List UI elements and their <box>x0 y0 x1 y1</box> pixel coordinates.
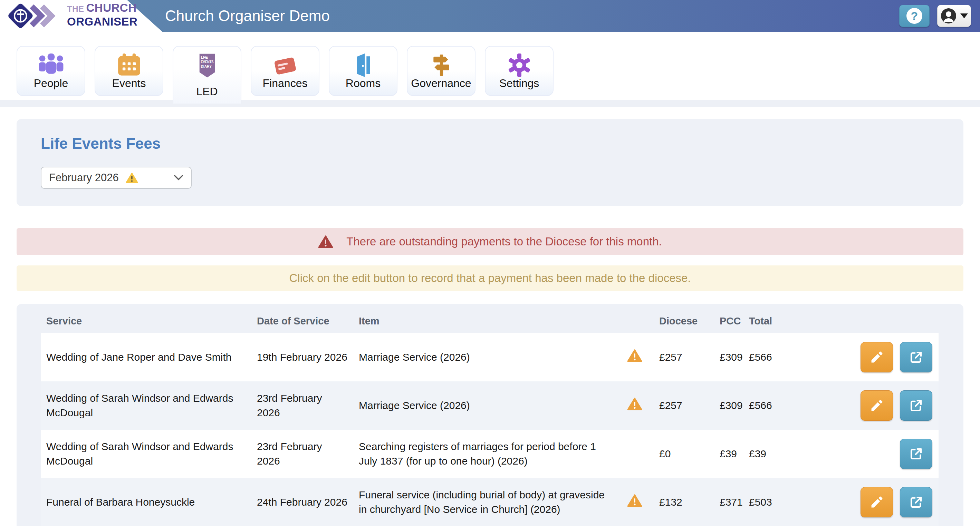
gear-icon <box>508 54 531 77</box>
col-date: Date of Service <box>251 309 353 333</box>
diocese-cell: £132 <box>654 478 714 526</box>
service-cell: Wedding of Jane Roper and Dave Smith <box>41 333 251 381</box>
month-select[interactable]: February 2026 <box>41 167 192 189</box>
tab-events[interactable]: Events <box>95 46 163 96</box>
date-cell: 23rd February 2026 <box>251 430 353 478</box>
life-events-diary-icon: LIFE EVENTS DIARY <box>198 54 216 78</box>
item-cell: Marriage Service (2026) <box>353 333 616 381</box>
open-service-button[interactable] <box>900 487 932 517</box>
credit-card-icon <box>272 54 298 76</box>
signpost-icon <box>430 54 452 76</box>
tab-led-active[interactable]: LIFE EVENTS DIARY LED <box>173 46 241 103</box>
tab-label: Settings <box>500 77 539 90</box>
section-divider <box>0 100 980 107</box>
date-cell: 23rd February 2026 <box>251 381 353 430</box>
warning-icon <box>627 397 642 411</box>
col-item: Item <box>353 309 616 333</box>
total-cell: £566 <box>743 333 802 381</box>
logo-church: CHURCH <box>86 2 137 14</box>
col-service: Service <box>41 309 251 333</box>
chevron-down-icon <box>960 13 968 18</box>
life-events-fees-panel: Life Events Fees February 2026 <box>17 119 963 206</box>
external-link-icon <box>909 447 923 461</box>
pencil-icon <box>870 398 884 413</box>
people-icon <box>37 54 65 75</box>
tab-governance[interactable]: Governance <box>407 46 476 96</box>
open-service-button[interactable] <box>900 342 932 372</box>
pcc-cell: £39 <box>714 430 743 478</box>
item-cell: Marriage Service (2026) <box>353 381 616 430</box>
table-row: Wedding of Sarah Windsor and Edwards McD… <box>41 430 939 478</box>
actions-cell <box>802 381 939 430</box>
tab-label: Rooms <box>346 77 380 90</box>
door-icon <box>354 54 372 77</box>
total-cell: £566 <box>743 381 802 430</box>
table-row: Funeral of Barbara Honeysuckle 24th Febr… <box>41 478 939 526</box>
service-cell: Wedding of Sarah Windsor and Edwards McD… <box>41 430 251 478</box>
question-mark-icon: ? <box>907 8 922 24</box>
actions-cell <box>802 478 939 526</box>
main-content: Life Events Fees February 2026 There are… <box>0 107 980 526</box>
danger-warning-icon <box>318 235 333 248</box>
tab-label: Finances <box>263 77 308 90</box>
main-navigation: People Events LIFE EVENTS DIARY LED <box>0 46 980 103</box>
app-header: THECHURCH ORGANISER Church Organiser Dem… <box>0 0 980 32</box>
pcc-cell: £309 <box>714 381 743 430</box>
warning-cell <box>616 333 654 381</box>
danger-alert-text: There are outstanding payments to the Di… <box>346 235 662 248</box>
col-total: Total <box>743 309 802 333</box>
section-title: Life Events Fees <box>41 135 939 152</box>
col-warning <box>616 309 654 333</box>
warning-cell <box>616 381 654 430</box>
edit-payment-button[interactable] <box>861 487 893 517</box>
logo-diamond-icon <box>8 2 64 30</box>
tab-finances[interactable]: Finances <box>251 46 320 96</box>
fees-table-panel: Service Date of Service Item Diocese PCC… <box>17 304 963 526</box>
logo-wordmark: THECHURCH ORGANISER <box>67 2 137 30</box>
external-link-icon <box>909 495 923 509</box>
tab-label: People <box>34 77 68 90</box>
page-title: Church Organiser Demo <box>165 0 330 32</box>
chevron-down-icon <box>174 175 183 181</box>
fees-table: Service Date of Service Item Diocese PCC… <box>41 309 939 526</box>
open-service-button[interactable] <box>900 439 932 469</box>
tab-label: LED <box>196 85 218 98</box>
open-service-button[interactable] <box>900 390 932 421</box>
header-actions: ? <box>899 5 971 27</box>
calendar-icon <box>118 54 141 76</box>
logo-organiser: ORGANISER <box>67 15 137 28</box>
svg-text:DIARY: DIARY <box>200 64 212 68</box>
tab-label: Events <box>112 77 146 90</box>
date-cell: 24th February 2026 <box>251 478 353 526</box>
actions-cell <box>802 333 939 381</box>
edit-payment-button[interactable] <box>861 342 893 372</box>
user-icon <box>940 8 957 24</box>
diocese-cell: £0 <box>654 430 714 478</box>
svg-text:LIFE: LIFE <box>200 55 208 59</box>
col-diocese: Diocese <box>654 309 714 333</box>
month-select-value: February 2026 <box>49 172 119 184</box>
warning-icon <box>627 494 642 507</box>
diocese-outstanding-alert: There are outstanding payments to the Di… <box>17 228 963 255</box>
user-menu-button[interactable] <box>937 5 971 27</box>
fees-table-body: Wedding of Jane Roper and Dave Smith 19t… <box>41 333 939 526</box>
warning-cell <box>616 430 654 478</box>
tab-rooms[interactable]: Rooms <box>329 46 398 96</box>
item-cell: Funeral service (including burial of bod… <box>353 478 616 526</box>
warning-icon <box>627 349 642 362</box>
warning-icon <box>126 172 138 183</box>
warning-cell <box>616 478 654 526</box>
actions-cell <box>802 430 939 478</box>
edit-hint-alert: Click on the edit button to record that … <box>17 265 963 291</box>
diocese-cell: £257 <box>654 333 714 381</box>
edit-payment-button[interactable] <box>861 390 893 421</box>
item-cell: Searching registers of marriages for per… <box>353 430 616 478</box>
col-actions <box>802 309 939 333</box>
help-button[interactable]: ? <box>899 5 929 27</box>
service-cell: Funeral of Barbara Honeysuckle <box>41 478 251 526</box>
tab-settings[interactable]: Settings <box>485 46 554 96</box>
logo-the: THE <box>67 4 84 13</box>
col-pcc: PCC <box>714 309 743 333</box>
tab-people[interactable]: People <box>17 46 85 96</box>
church-organiser-logo: THECHURCH ORGANISER <box>8 2 137 30</box>
